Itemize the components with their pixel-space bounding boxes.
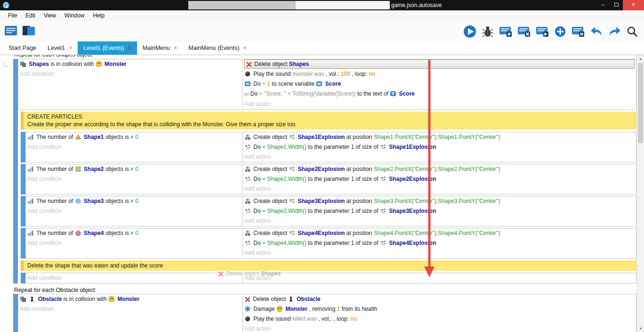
action-text: Damage (253, 306, 276, 312)
condition-text: is in collision with (64, 296, 108, 302)
menu-help[interactable]: Help (89, 12, 109, 19)
action-create-shape2-explosion[interactable]: Create object Shape2Explosion at positio… (244, 164, 635, 174)
search-icon[interactable] (626, 25, 638, 38)
menu-file[interactable]: File (4, 12, 21, 19)
explosion-particles-icon (380, 240, 386, 246)
add-action-link[interactable]: Add action (244, 184, 635, 194)
action-text: Create object (253, 198, 289, 204)
condition-shape2-count[interactable]: The number of Shape2 objects is ≠ 0 (27, 164, 241, 174)
add-condition-link[interactable]: Add condition (27, 142, 241, 152)
tab-label: Level1 (Events) (83, 45, 124, 51)
tab-close-icon[interactable]: × (243, 45, 247, 51)
subevent-shape2: The number of Shape2 objects is ≠ 0 Add … (21, 164, 636, 194)
variable-score: Score (325, 81, 341, 87)
explosion-particles-icon (289, 230, 295, 236)
menu-view[interactable]: View (40, 12, 60, 19)
event-selection-bar[interactable] (13, 294, 18, 332)
condition-obstacle-collision[interactable]: Obstacle is in collision with Monster (20, 294, 241, 304)
explosion-particles-icon (380, 176, 386, 182)
tab-close-icon[interactable]: × (69, 45, 72, 51)
position-expression: Shape1.PointX("Center");Shape1.PointY("C… (374, 134, 500, 140)
add-condition-link[interactable]: Add condition (20, 304, 241, 314)
add-action-link[interactable]: Add action (244, 216, 635, 226)
tab-start-page[interactable]: Start Page (3, 41, 42, 55)
condition-shape1-count[interactable]: The number of Shape1 objects is ≠ 0 (27, 132, 241, 142)
condition-shape3-count[interactable]: The number of Shape3 objects is ≠ 0 (27, 196, 241, 206)
subevent-selection-bar[interactable] (21, 196, 25, 227)
maximize-icon (614, 3, 619, 7)
delete-event-icon[interactable] (517, 25, 531, 38)
action-delete-shapes-selected[interactable]: Delete object Shapes (244, 59, 635, 69)
toolbar (0, 21, 644, 41)
comment-create-particles[interactable]: CREATE PARTICLES Create the proper one a… (21, 112, 636, 130)
add-condition-link[interactable]: Add condition (20, 69, 241, 79)
scroll-up-arrow-icon[interactable]: ▲ (637, 57, 644, 60)
action-set-shape2-size[interactable]: Do = Shape2.Width() to the parameter 1 o… (244, 174, 635, 184)
redo-icon[interactable] (608, 25, 622, 38)
event-obstacle-collision: Obstacle is in collision with Monster Ad… (13, 294, 636, 332)
action-text: at position (346, 166, 374, 172)
close-button[interactable]: × (623, 0, 644, 10)
action-text: , vol.: (318, 316, 333, 322)
explosion-particles-icon (245, 144, 250, 150)
add-condition-link[interactable]: Add condition (27, 238, 241, 248)
condition-text: The number of (36, 198, 74, 204)
action-create-shape3-explosion[interactable]: Create object Shape3Explosion at positio… (244, 196, 635, 206)
action-set-shape1-size[interactable]: Do = Shape1.Width() to the parameter 1 o… (244, 142, 635, 152)
add-subevent-icon[interactable] (535, 25, 549, 38)
play-icon[interactable] (463, 24, 477, 39)
add-circle-icon[interactable] (554, 25, 567, 38)
action-text: Delete object (254, 61, 289, 67)
tab-close-icon[interactable]: × (174, 45, 177, 51)
sound-file-param: killed.wav (292, 316, 317, 322)
action-text: Create object (253, 230, 289, 236)
condition-shapes-collision[interactable]: Shapes is in collision with Monster (20, 59, 241, 69)
project-manager-icon[interactable] (4, 24, 18, 37)
tab-level1[interactable]: Level1× (42, 41, 78, 55)
vertical-scrollbar[interactable]: ▲ ▼ (636, 55, 644, 332)
action-create-shape4-explosion[interactable]: Create object Shape4Explosion at positio… (244, 228, 635, 238)
tab-mainmenu-events[interactable]: MainMenu (Events)× (183, 41, 252, 55)
add-event-icon[interactable] (499, 25, 513, 38)
action-set-shape3-size[interactable]: Do = Shape3.Width() to the parameter 1 o… (244, 206, 635, 216)
add-condition-link[interactable]: Add condition (27, 273, 241, 283)
menu-window[interactable]: Window (60, 12, 89, 19)
add-condition-link[interactable]: Add condition (27, 206, 241, 216)
object-shape2explosion: Shape2Explosion (298, 166, 345, 172)
scrollbar-thumb[interactable] (638, 63, 643, 143)
comment-delete-shape[interactable]: Delete the shape that was eaten and upda… (21, 260, 636, 271)
action-play-killed-sound[interactable]: Play the sound killed.wav , vol.: , loop… (244, 314, 635, 324)
action-add-score-variable[interactable]: Do + 1 to scene variable Score (244, 79, 635, 89)
object-shape1explosion: Shape1Explosion (389, 144, 436, 150)
event-selection-bar[interactable] (13, 59, 18, 283)
add-action-link[interactable]: Add action (244, 324, 635, 332)
scroll-down-arrow-icon[interactable]: ▼ (637, 327, 644, 330)
action-delete-obstacle[interactable]: Delete object Obstacle (244, 294, 635, 304)
action-play-sound[interactable]: Play the sound monster.wav , vol.: 100 ,… (244, 69, 635, 79)
minimize-button[interactable]: – (596, 0, 610, 10)
tab-level1-events[interactable]: Level1 (Events)× (78, 41, 137, 55)
subevent-selection-bar[interactable] (21, 164, 25, 194)
debugger-bug-icon[interactable] (481, 25, 494, 38)
maximize-button[interactable] (610, 0, 623, 10)
add-action-link[interactable]: Add action (244, 248, 635, 258)
condition-shape4-count[interactable]: The number of Shape4 objects is ≠ 0 (27, 228, 241, 238)
tab-mainmenu[interactable]: MainMenu× (137, 41, 183, 55)
action-set-shape4-size[interactable]: Do = Shape4.Width() to the parameter 1 o… (244, 238, 635, 248)
object-shape3: Shape3 (84, 198, 104, 204)
add-action-link[interactable]: Add action (244, 99, 635, 109)
add-action-link[interactable]: Add action (244, 152, 635, 162)
tab-close-icon[interactable]: × (128, 45, 131, 51)
action-create-shape1-explosion[interactable]: Create object Shape1Explosion at positio… (244, 132, 635, 142)
action-damage-monster[interactable]: Damage Monster , removing 1 from its hea… (244, 304, 635, 314)
menu-edit[interactable]: Edit (21, 12, 40, 19)
scene-editor-icon[interactable] (22, 24, 36, 37)
subevent-selection-bar[interactable] (21, 132, 25, 162)
add-condition-link[interactable]: Add condition (27, 174, 241, 184)
undo-icon[interactable] (589, 25, 604, 38)
subevent-selection-bar[interactable] (21, 228, 25, 259)
add-action-link[interactable]: Add action (244, 273, 635, 283)
action-set-score-text[interactable]: txt Do = "Score: " + ToString(Variable(S… (244, 89, 635, 99)
subevent-selection-bar[interactable] (21, 273, 25, 283)
add-comment-icon[interactable] (571, 25, 585, 38)
